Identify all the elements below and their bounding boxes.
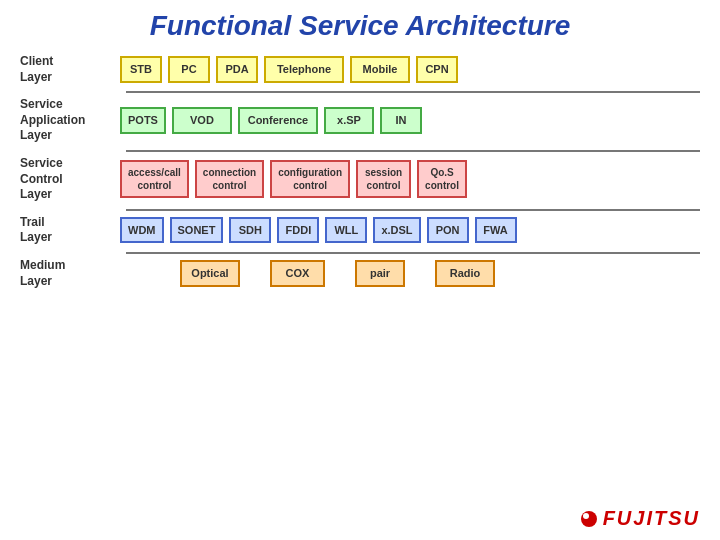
box-optical: Optical [180,260,240,286]
client-layer-row: ClientLayer STB PC PDA Telephone Mobile … [20,54,700,85]
service-application-layer-row: ServiceApplicationLayer POTS VOD Confere… [20,97,700,144]
box-xdsl: x.DSL [373,217,420,243]
box-wdm: WDM [120,217,164,243]
box-session-control: sessioncontrol [356,160,411,198]
box-pon: PON [427,217,469,243]
box-wll: WLL [325,217,367,243]
box-configuration-control: configurationcontrol [270,160,350,198]
box-xsp: x.SP [324,107,374,133]
service-application-layer-label: ServiceApplicationLayer [20,97,120,144]
medium-layer-row: MediumLayer Optical COX pair Radio [20,258,700,289]
box-sdh: SDH [229,217,271,243]
box-pda: PDA [216,56,258,82]
box-in: IN [380,107,422,133]
service-application-layer-boxes: POTS VOD Conference x.SP IN [120,107,700,133]
box-vod: VOD [172,107,232,133]
page-title: Functional Service Architecture [20,10,700,42]
box-pair: pair [355,260,405,286]
box-mobile: Mobile [350,56,410,82]
trail-layer-row: TrailLayer WDM SONET SDH FDDI WLL x.DSL … [20,215,700,246]
box-fwa: FWA [475,217,517,243]
box-pots: POTS [120,107,166,133]
box-conference: Conference [238,107,318,133]
box-sonet: SONET [170,217,224,243]
box-stb: STB [120,56,162,82]
box-connection-control: connectioncontrol [195,160,264,198]
box-qos-control: Qo.Scontrol [417,160,467,198]
box-cpn: CPN [416,56,458,82]
fujitsu-logo: FUJITSU [581,507,700,530]
service-control-layer-label: ServiceControlLayer [20,156,120,203]
box-fddi: FDDI [277,217,319,243]
separator-4 [126,252,700,254]
page: Functional Service Architecture ClientLa… [0,0,720,540]
medium-layer-label: MediumLayer [20,258,120,289]
box-cox: COX [270,260,325,286]
trail-layer-label: TrailLayer [20,215,120,246]
box-pc: PC [168,56,210,82]
separator-2 [126,150,700,152]
trail-layer-boxes: WDM SONET SDH FDDI WLL x.DSL PON FWA [120,217,700,243]
box-access-control: access/callcontrol [120,160,189,198]
client-layer-label: ClientLayer [20,54,120,85]
fujitsu-text: FUJITSU [603,507,700,530]
service-control-layer-boxes: access/callcontrol connectioncontrol con… [120,160,700,198]
medium-layer-boxes: Optical COX pair Radio [120,260,700,286]
service-control-layer-row: ServiceControlLayer access/callcontrol c… [20,156,700,203]
box-telephone: Telephone [264,56,344,82]
separator-1 [126,91,700,93]
box-radio: Radio [435,260,495,286]
client-layer-boxes: STB PC PDA Telephone Mobile CPN [120,56,700,82]
separator-3 [126,209,700,211]
